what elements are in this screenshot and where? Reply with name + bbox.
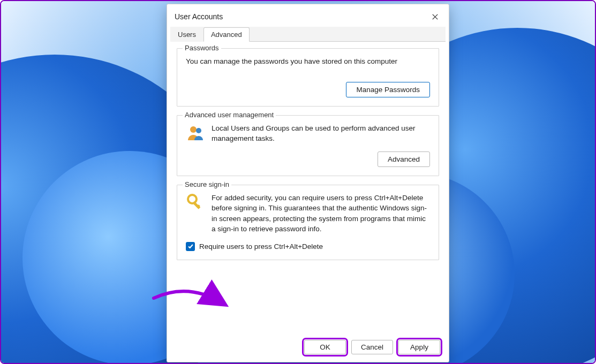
require-cad-label: Require users to press Ctrl+Alt+Delete: [199, 242, 323, 251]
group-passwords-legend: Passwords: [183, 44, 221, 52]
check-icon: [187, 243, 194, 249]
tab-users[interactable]: Users: [170, 27, 203, 42]
titlebar: User Accounts: [167, 4, 449, 25]
group-secure-signin: Secure sign-in For added security, you c…: [177, 185, 439, 260]
group-secure-signin-legend: Secure sign-in: [183, 180, 231, 188]
manage-passwords-button[interactable]: Manage Passwords: [346, 82, 430, 97]
user-accounts-dialog: User Accounts Users Advanced Passwords Y…: [167, 4, 449, 362]
apply-button[interactable]: Apply: [398, 340, 440, 354]
passwords-desc: You can manage the passwords you have st…: [186, 56, 430, 67]
users-icon: [186, 123, 205, 142]
svg-point-3: [196, 128, 201, 133]
ok-button[interactable]: OK: [304, 340, 346, 354]
group-passwords: Passwords You can manage the passwords y…: [177, 48, 439, 107]
close-button[interactable]: [426, 9, 443, 24]
dialog-title: User Accounts: [175, 12, 223, 21]
key-icon: [186, 193, 205, 212]
tab-advanced[interactable]: Advanced: [203, 27, 250, 42]
cancel-button[interactable]: Cancel: [351, 340, 393, 354]
dialog-content: Passwords You can manage the passwords y…: [167, 42, 449, 335]
advanced-button[interactable]: Advanced: [378, 151, 430, 167]
secure-signin-desc: For added security, you can require user…: [212, 193, 430, 234]
group-user-management: Advanced user management Local Users and…: [177, 115, 439, 176]
dialog-footer: OK Cancel Apply: [167, 335, 449, 362]
group-user-management-legend: Advanced user management: [183, 111, 276, 119]
svg-point-2: [190, 126, 197, 133]
close-icon: [432, 13, 439, 20]
user-mgmt-desc: Local Users and Groups can be used to pe…: [212, 123, 430, 144]
tab-strip: Users Advanced: [170, 27, 446, 42]
require-cad-checkbox-row[interactable]: Require users to press Ctrl+Alt+Delete: [186, 242, 430, 251]
require-cad-checkbox[interactable]: [186, 242, 195, 251]
